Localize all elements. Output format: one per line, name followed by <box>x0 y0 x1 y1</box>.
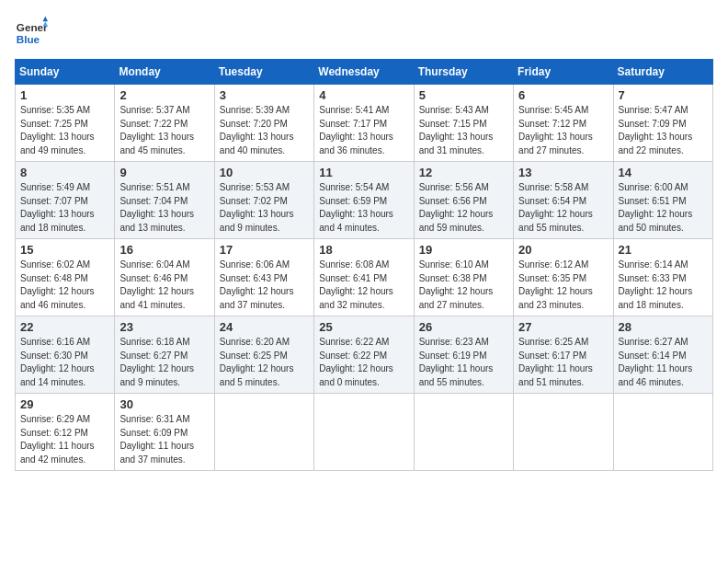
calendar-cell: 25Sunrise: 6:22 AM Sunset: 6:22 PM Dayli… <box>314 316 414 394</box>
day-number: 19 <box>419 243 508 257</box>
calendar-cell: 15Sunrise: 6:02 AM Sunset: 6:48 PM Dayli… <box>16 239 115 316</box>
day-number: 2 <box>119 88 209 102</box>
calendar-week-row: 22Sunrise: 6:16 AM Sunset: 6:30 PM Dayli… <box>16 316 713 394</box>
day-info: Sunrise: 5:43 AM Sunset: 7:15 PM Dayligh… <box>419 104 508 157</box>
day-number: 23 <box>119 320 209 334</box>
day-info: Sunrise: 5:45 AM Sunset: 7:12 PM Dayligh… <box>518 104 608 157</box>
day-info: Sunrise: 5:37 AM Sunset: 7:22 PM Dayligh… <box>119 104 209 157</box>
day-number: 20 <box>518 243 608 257</box>
calendar-day-header: Wednesday <box>314 60 414 85</box>
day-number: 7 <box>619 88 708 102</box>
calendar-cell: 9Sunrise: 5:51 AM Sunset: 7:04 PM Daylig… <box>115 162 214 239</box>
day-number: 6 <box>518 88 608 102</box>
logo-icon: General Blue <box>15 15 48 48</box>
day-info: Sunrise: 5:41 AM Sunset: 7:17 PM Dayligh… <box>319 104 408 157</box>
day-info: Sunrise: 6:08 AM Sunset: 6:41 PM Dayligh… <box>319 259 408 312</box>
calendar-cell: 17Sunrise: 6:06 AM Sunset: 6:43 PM Dayli… <box>214 239 313 316</box>
day-info: Sunrise: 5:47 AM Sunset: 7:09 PM Dayligh… <box>619 104 708 157</box>
day-number: 5 <box>419 88 508 102</box>
day-info: Sunrise: 6:10 AM Sunset: 6:38 PM Dayligh… <box>419 259 508 312</box>
calendar-cell: 26Sunrise: 6:23 AM Sunset: 6:19 PM Dayli… <box>414 316 513 394</box>
calendar-cell: 1Sunrise: 5:35 AM Sunset: 7:25 PM Daylig… <box>16 85 115 162</box>
day-info: Sunrise: 6:14 AM Sunset: 6:33 PM Dayligh… <box>619 259 708 312</box>
day-info: Sunrise: 5:51 AM Sunset: 7:04 PM Dayligh… <box>119 181 209 235</box>
day-info: Sunrise: 6:00 AM Sunset: 6:51 PM Dayligh… <box>619 181 708 235</box>
calendar-cell <box>514 394 613 471</box>
calendar-cell: 4Sunrise: 5:41 AM Sunset: 7:17 PM Daylig… <box>314 85 414 162</box>
day-number: 9 <box>119 166 209 179</box>
day-number: 13 <box>518 166 608 179</box>
day-info: Sunrise: 5:49 AM Sunset: 7:07 PM Dayligh… <box>20 181 109 235</box>
calendar-cell: 10Sunrise: 5:53 AM Sunset: 7:02 PM Dayli… <box>214 162 313 239</box>
calendar-cell: 5Sunrise: 5:43 AM Sunset: 7:15 PM Daylig… <box>414 85 513 162</box>
calendar-cell: 3Sunrise: 5:39 AM Sunset: 7:20 PM Daylig… <box>214 85 313 162</box>
day-number: 12 <box>419 166 508 179</box>
calendar-day-header: Sunday <box>16 60 115 85</box>
day-info: Sunrise: 6:27 AM Sunset: 6:14 PM Dayligh… <box>619 336 708 389</box>
day-number: 10 <box>220 166 309 179</box>
day-info: Sunrise: 6:12 AM Sunset: 6:35 PM Dayligh… <box>518 259 608 312</box>
calendar-cell: 14Sunrise: 6:00 AM Sunset: 6:51 PM Dayli… <box>613 162 712 239</box>
day-number: 14 <box>619 166 708 179</box>
calendar-week-row: 8Sunrise: 5:49 AM Sunset: 7:07 PM Daylig… <box>16 162 713 239</box>
day-number: 8 <box>20 166 109 179</box>
calendar-cell: 11Sunrise: 5:54 AM Sunset: 6:59 PM Dayli… <box>314 162 414 239</box>
calendar-day-header: Monday <box>115 60 214 85</box>
calendar-week-row: 29Sunrise: 6:29 AM Sunset: 6:12 PM Dayli… <box>16 394 713 471</box>
calendar-day-header: Thursday <box>414 60 513 85</box>
day-info: Sunrise: 6:31 AM Sunset: 6:09 PM Dayligh… <box>119 413 209 466</box>
day-info: Sunrise: 6:16 AM Sunset: 6:30 PM Dayligh… <box>20 336 109 389</box>
calendar-cell: 23Sunrise: 6:18 AM Sunset: 6:27 PM Dayli… <box>115 316 214 394</box>
calendar-cell: 21Sunrise: 6:14 AM Sunset: 6:33 PM Dayli… <box>613 239 712 316</box>
day-number: 30 <box>119 397 209 411</box>
calendar-week-row: 15Sunrise: 6:02 AM Sunset: 6:48 PM Dayli… <box>16 239 713 316</box>
day-info: Sunrise: 5:58 AM Sunset: 6:54 PM Dayligh… <box>518 181 608 235</box>
day-info: Sunrise: 5:56 AM Sunset: 6:56 PM Dayligh… <box>419 181 508 235</box>
calendar-cell <box>314 394 414 471</box>
day-number: 11 <box>319 166 408 179</box>
day-number: 18 <box>319 243 408 257</box>
calendar-cell: 8Sunrise: 5:49 AM Sunset: 7:07 PM Daylig… <box>16 162 115 239</box>
svg-marker-2 <box>43 17 48 21</box>
day-number: 22 <box>20 320 109 334</box>
day-number: 17 <box>220 243 309 257</box>
calendar-cell: 27Sunrise: 6:25 AM Sunset: 6:17 PM Dayli… <box>514 316 613 394</box>
day-number: 27 <box>518 320 608 334</box>
day-number: 29 <box>20 397 109 411</box>
day-number: 3 <box>220 88 309 102</box>
page-header: General Blue <box>15 15 713 48</box>
day-number: 21 <box>619 243 708 257</box>
calendar-cell: 29Sunrise: 6:29 AM Sunset: 6:12 PM Dayli… <box>16 394 115 471</box>
calendar-cell <box>414 394 513 471</box>
day-info: Sunrise: 6:29 AM Sunset: 6:12 PM Dayligh… <box>20 413 109 466</box>
logo: General Blue <box>15 15 48 48</box>
day-info: Sunrise: 6:22 AM Sunset: 6:22 PM Dayligh… <box>319 336 408 389</box>
day-info: Sunrise: 6:02 AM Sunset: 6:48 PM Dayligh… <box>20 259 109 312</box>
day-info: Sunrise: 6:20 AM Sunset: 6:25 PM Dayligh… <box>220 336 309 389</box>
calendar-cell: 6Sunrise: 5:45 AM Sunset: 7:12 PM Daylig… <box>514 85 613 162</box>
calendar-cell: 2Sunrise: 5:37 AM Sunset: 7:22 PM Daylig… <box>115 85 214 162</box>
day-info: Sunrise: 6:25 AM Sunset: 6:17 PM Dayligh… <box>518 336 608 389</box>
day-info: Sunrise: 5:35 AM Sunset: 7:25 PM Dayligh… <box>20 104 109 157</box>
day-number: 15 <box>20 243 109 257</box>
day-info: Sunrise: 6:04 AM Sunset: 6:46 PM Dayligh… <box>119 259 209 312</box>
day-info: Sunrise: 6:06 AM Sunset: 6:43 PM Dayligh… <box>220 259 309 312</box>
calendar-cell: 18Sunrise: 6:08 AM Sunset: 6:41 PM Dayli… <box>314 239 414 316</box>
calendar-cell: 28Sunrise: 6:27 AM Sunset: 6:14 PM Dayli… <box>613 316 712 394</box>
calendar-cell <box>613 394 712 471</box>
calendar-header-row: SundayMondayTuesdayWednesdayThursdayFrid… <box>16 60 713 85</box>
calendar-cell: 24Sunrise: 6:20 AM Sunset: 6:25 PM Dayli… <box>214 316 313 394</box>
calendar-day-header: Saturday <box>613 60 712 85</box>
calendar-cell <box>214 394 313 471</box>
day-number: 24 <box>220 320 309 334</box>
day-number: 25 <box>319 320 408 334</box>
day-number: 28 <box>619 320 708 334</box>
day-number: 26 <box>419 320 508 334</box>
calendar-day-header: Friday <box>514 60 613 85</box>
day-info: Sunrise: 5:39 AM Sunset: 7:20 PM Dayligh… <box>220 104 309 157</box>
day-number: 16 <box>119 243 209 257</box>
calendar-cell: 20Sunrise: 6:12 AM Sunset: 6:35 PM Dayli… <box>514 239 613 316</box>
calendar-cell: 12Sunrise: 5:56 AM Sunset: 6:56 PM Dayli… <box>414 162 513 239</box>
calendar-cell: 16Sunrise: 6:04 AM Sunset: 6:46 PM Dayli… <box>115 239 214 316</box>
day-info: Sunrise: 6:23 AM Sunset: 6:19 PM Dayligh… <box>419 336 508 389</box>
